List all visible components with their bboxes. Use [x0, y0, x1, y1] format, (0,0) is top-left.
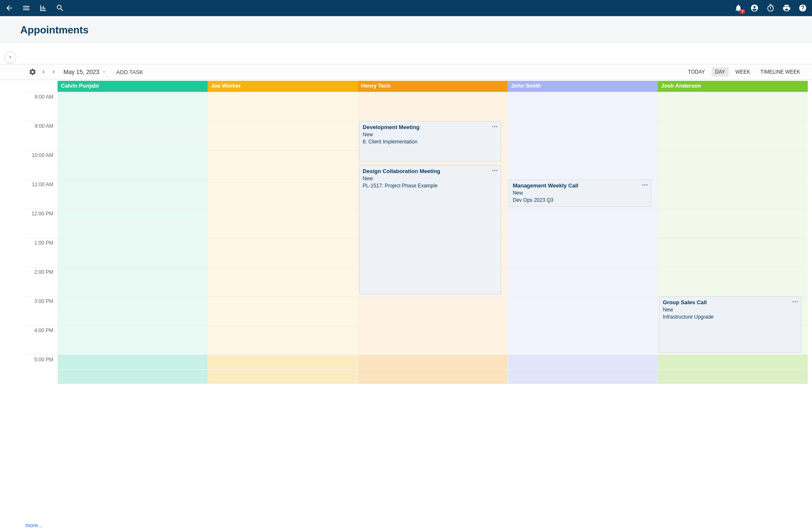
search-icon[interactable]: [55, 3, 65, 13]
topbar-left: [4, 3, 65, 13]
print-icon[interactable]: [782, 3, 792, 13]
help-icon[interactable]: [798, 3, 808, 13]
chart-icon[interactable]: [38, 3, 48, 13]
back-icon[interactable]: [4, 3, 14, 13]
topbar-right: 7: [733, 3, 808, 13]
topbar: 7: [0, 0, 812, 16]
user-icon[interactable]: [749, 3, 760, 13]
bell-icon[interactable]: 7: [733, 3, 743, 13]
menu-icon[interactable]: [21, 3, 31, 13]
timer-icon[interactable]: [765, 3, 776, 13]
notification-badge: 7: [740, 9, 745, 14]
